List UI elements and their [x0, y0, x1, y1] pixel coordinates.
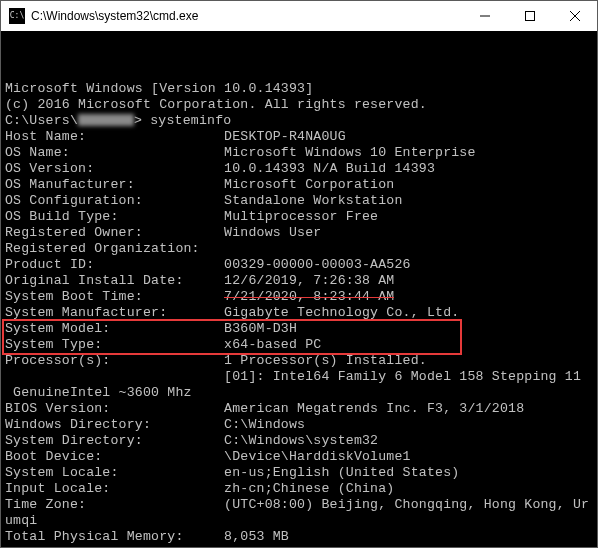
- output-line: System Model: B360M-D3H: [5, 321, 593, 337]
- output-line: Available Physical Memory: 4,656 MB: [5, 545, 593, 547]
- redacted-username: [78, 114, 134, 126]
- output-line: Product ID: 00329-00000-00003-AA526: [5, 257, 593, 273]
- maximize-button[interactable]: [507, 1, 552, 31]
- output-line: OS Name: Microsoft Windows 10 Enterprise: [5, 145, 593, 161]
- output-line: OS Version: 10.0.14393 N/A Build 14393: [5, 161, 593, 177]
- close-button[interactable]: [552, 1, 597, 31]
- output-line: OS Manufacturer: Microsoft Corporation: [5, 177, 593, 193]
- output-line: Input Locale: zh-cn;Chinese (China): [5, 481, 593, 497]
- output-line: Boot Device: \Device\HarddiskVolume1: [5, 449, 593, 465]
- output-line: Registered Organization:: [5, 241, 593, 257]
- output-line: Total Physical Memory: 8,053 MB: [5, 529, 593, 545]
- output-line: System Type: x64-based PC: [5, 337, 593, 353]
- output-line: GenuineIntel ~3600 Mhz: [5, 385, 593, 401]
- output-line: Host Name: DESKTOP-R4NA0UG: [5, 129, 593, 145]
- titlebar[interactable]: C:\ C:\Windows\system32\cmd.exe: [1, 1, 597, 31]
- window-title: C:\Windows\system32\cmd.exe: [31, 9, 462, 23]
- output-line: umqi: [5, 513, 593, 529]
- output-line: BIOS Version: American Megatrends Inc. F…: [5, 401, 593, 417]
- output-line: System Boot Time: 7/21/2020, 8:23:44 AM: [5, 289, 593, 305]
- output-line: (c) 2016 Microsoft Corporation. All righ…: [5, 97, 593, 113]
- output-line: Original Install Date: 12/6/2019, 7:26:3…: [5, 273, 593, 289]
- minimize-button[interactable]: [462, 1, 507, 31]
- terminal-output[interactable]: Microsoft Windows [Version 10.0.14393](c…: [1, 31, 597, 547]
- svg-rect-1: [525, 12, 534, 21]
- cmd-window: C:\ C:\Windows\system32\cmd.exe Microsof…: [0, 0, 598, 548]
- output-line: Registered Owner: Windows User: [5, 225, 593, 241]
- output-line: System Locale: en-us;English (United Sta…: [5, 465, 593, 481]
- output-line: System Directory: C:\Windows\system32: [5, 433, 593, 449]
- output-line: OS Configuration: Standalone Workstation: [5, 193, 593, 209]
- output-line: Processor(s): 1 Processor(s) Installed.: [5, 353, 593, 369]
- output-line: Time Zone: (UTC+08:00) Beijing, Chongqin…: [5, 497, 593, 513]
- output-line: [01]: Intel64 Family 6 Model 158 Steppin…: [5, 369, 593, 385]
- cmd-icon: C:\: [9, 8, 25, 24]
- output-line: OS Build Type: Multiprocessor Free: [5, 209, 593, 225]
- output-line: System Manufacturer: Gigabyte Technology…: [5, 305, 593, 321]
- output-line: Windows Directory: C:\Windows: [5, 417, 593, 433]
- output-line: Microsoft Windows [Version 10.0.14393]: [5, 81, 593, 97]
- prompt-line: C:\Users\> systeminfo: [5, 113, 593, 129]
